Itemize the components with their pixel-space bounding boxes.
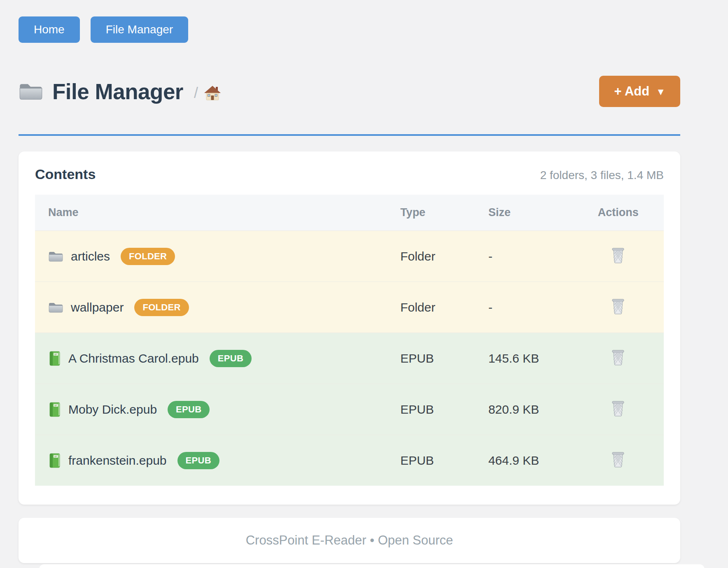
nav-home-button[interactable]: Home [19, 16, 80, 43]
type-cell: Folder [387, 282, 475, 333]
delete-button[interactable] [609, 348, 628, 368]
nav-file-manager-button[interactable]: File Manager [91, 16, 188, 43]
size-cell: - [475, 231, 573, 282]
table-row[interactable]: wallpaperFOLDERFolder- [35, 282, 664, 333]
file-name: A Christmas Carol.epub [68, 352, 199, 365]
trash-icon [611, 349, 625, 365]
footer-card: CrossPoint E-Reader • Open Source [19, 518, 680, 563]
files-table: Name Type Size Actions articlesFOLDERFol… [35, 195, 664, 486]
type-badge: EPUB [168, 401, 210, 418]
add-button[interactable]: + Add ▼ [599, 76, 680, 107]
green-book-icon [48, 453, 61, 468]
column-header-actions: Actions [573, 195, 664, 231]
trash-icon [611, 451, 625, 468]
column-header-size: Size [475, 195, 573, 231]
table-row[interactable]: A Christmas Carol.epubEPUBEPUB145.6 KB [35, 333, 664, 384]
add-button-label: + Add [614, 84, 649, 99]
house-icon[interactable] [204, 85, 221, 101]
contents-header: Contents 2 folders, 3 files, 1.4 MB [35, 166, 664, 182]
type-cell: EPUB [387, 333, 475, 384]
type-badge: FOLDER [134, 299, 189, 316]
green-book-icon [48, 351, 61, 366]
table-row[interactable]: articlesFOLDERFolder- [35, 231, 664, 282]
delete-button[interactable] [609, 450, 628, 470]
file-name: frankenstein.epub [68, 454, 167, 468]
header-divider [19, 134, 680, 136]
column-header-name: Name [35, 195, 387, 231]
caret-down-icon: ▼ [656, 85, 665, 98]
page-title: File Manager [52, 79, 183, 104]
column-header-type: Type [387, 195, 475, 231]
contents-title: Contents [35, 166, 96, 182]
footer-text: CrossPoint E-Reader • Open Source [246, 533, 453, 548]
contents-summary: 2 folders, 3 files, 1.4 MB [540, 169, 664, 182]
size-cell: 145.6 KB [475, 333, 573, 384]
bottom-peek-card [39, 564, 705, 568]
type-badge: EPUB [210, 350, 252, 367]
table-row[interactable]: Moby Dick.epubEPUBEPUB820.9 KB [35, 384, 664, 435]
size-cell: 820.9 KB [475, 384, 573, 435]
delete-button[interactable] [609, 297, 628, 317]
type-cell: EPUB [387, 384, 475, 435]
trash-icon [611, 400, 625, 417]
type-badge: EPUB [177, 452, 219, 469]
trash-icon [611, 298, 625, 314]
table-row[interactable]: frankenstein.epubEPUBEPUB464.9 KB [35, 435, 664, 486]
folder-icon [19, 81, 43, 102]
file-name: articles [71, 249, 110, 263]
type-badge: FOLDER [121, 248, 175, 265]
folder-icon [48, 301, 63, 314]
file-name: Moby Dick.epub [68, 403, 157, 417]
delete-button[interactable] [609, 246, 628, 265]
trash-icon [611, 247, 625, 263]
type-cell: EPUB [387, 435, 475, 486]
contents-card: Contents 2 folders, 3 files, 1.4 MB Name… [19, 151, 680, 505]
breadcrumb-separator: / [194, 84, 198, 102]
folder-icon [48, 250, 63, 263]
file-name: wallpaper [71, 300, 124, 314]
delete-button[interactable] [609, 399, 628, 419]
size-cell: 464.9 KB [475, 435, 573, 486]
table-header: Name Type Size Actions [35, 195, 664, 231]
page: Home File Manager File Manager / + Add ▼… [0, 0, 680, 563]
type-cell: Folder [387, 231, 475, 282]
green-book-icon [48, 402, 61, 417]
page-header: File Manager / + Add ▼ [19, 76, 680, 107]
top-navigation: Home File Manager [19, 16, 680, 43]
size-cell: - [475, 282, 573, 333]
